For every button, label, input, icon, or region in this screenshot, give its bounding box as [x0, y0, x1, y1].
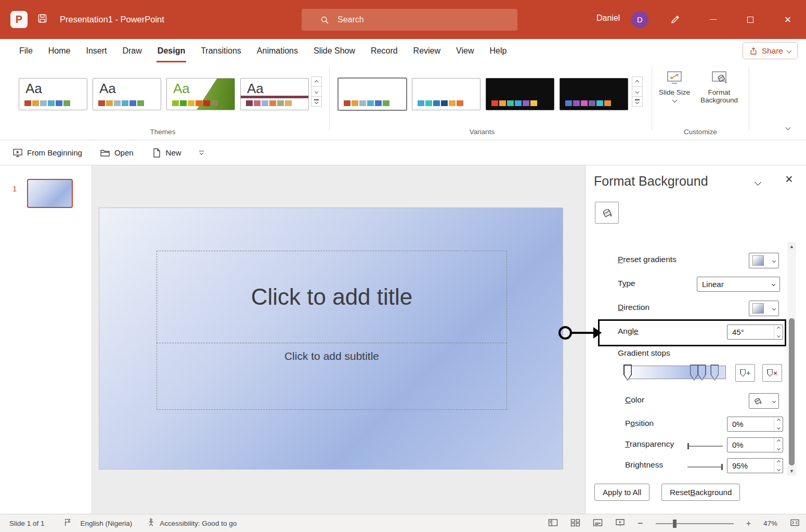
normal-view-icon[interactable]	[548, 518, 558, 528]
pen-icon[interactable]	[670, 13, 681, 27]
fill-tab-button[interactable]	[595, 202, 619, 224]
remove-gradient-stop-button[interactable]: ×	[762, 364, 782, 382]
search-input[interactable]	[337, 15, 493, 24]
tab-view[interactable]: View	[448, 39, 482, 62]
pane-close-icon[interactable]: ×	[785, 172, 793, 187]
fit-to-window-icon[interactable]	[790, 518, 800, 528]
apply-to-all-button[interactable]: Apply to All	[594, 484, 649, 501]
title-placeholder[interactable]: Click to add title	[157, 251, 507, 343]
theme-thumbnail[interactable]: Aa	[240, 78, 309, 110]
maximize-button[interactable]	[738, 0, 762, 39]
angle-spin-buttons[interactable]	[774, 325, 783, 339]
pane-chevron-icon[interactable]	[755, 179, 761, 186]
avatar[interactable]: D	[631, 11, 648, 28]
open-button[interactable]: Open	[100, 148, 134, 158]
color-dropdown[interactable]	[749, 393, 779, 409]
theme-thumbnail[interactable]: Aa	[19, 78, 87, 110]
language-status[interactable]: English (Nigeria)	[81, 520, 133, 527]
variants-scroll-down-icon[interactable]	[632, 86, 643, 97]
user-name[interactable]: Daniel	[596, 14, 620, 23]
spin-down-icon[interactable]	[774, 332, 783, 340]
tab-record[interactable]: Record	[363, 39, 406, 62]
themes-scroll-up-icon[interactable]	[311, 76, 322, 87]
position-spinner[interactable]: 0%	[727, 417, 783, 432]
zoom-slider-thumb[interactable]	[673, 520, 677, 528]
preset-gradients-dropdown[interactable]	[749, 253, 779, 268]
spin-down-icon[interactable]	[774, 466, 783, 473]
zoom-slider[interactable]	[656, 523, 734, 524]
search-box[interactable]	[302, 9, 517, 31]
slideshow-view-icon[interactable]	[615, 518, 625, 528]
slide-canvas[interactable]: Click to add title Click to add subtitle	[99, 207, 563, 470]
tab-slide-show[interactable]: Slide Show	[306, 39, 363, 62]
slider-thumb[interactable]	[721, 464, 723, 470]
slide-info[interactable]: Slide 1 of 1	[9, 520, 45, 527]
tab-file[interactable]: File	[11, 39, 41, 62]
slider-thumb[interactable]	[687, 443, 689, 449]
gradient-stop[interactable]	[710, 365, 719, 381]
tab-home[interactable]: Home	[41, 39, 79, 62]
zoom-in-icon[interactable]: +	[746, 519, 751, 528]
pane-scroll-up-icon[interactable]: ▲	[787, 242, 796, 251]
from-beginning-button[interactable]: From Beginning	[12, 148, 82, 158]
gradient-stop[interactable]	[698, 365, 706, 381]
slide-size-button[interactable]: Slide Size	[658, 70, 691, 102]
tab-insert[interactable]: Insert	[78, 39, 114, 62]
minimize-button[interactable]	[701, 0, 725, 39]
spin-up-icon[interactable]	[774, 417, 783, 424]
format-background-button[interactable]: Format Background	[696, 70, 743, 104]
transparency-slider[interactable]	[687, 446, 723, 447]
brightness-spinner[interactable]: 95%	[727, 458, 783, 473]
accessibility-status[interactable]: Accessibility: Good to go	[160, 520, 237, 527]
gradient-stop[interactable]	[623, 365, 632, 381]
themes-scroll-down-icon[interactable]	[311, 86, 322, 97]
variants-scroll-up-icon[interactable]	[632, 76, 643, 87]
brightness-slider[interactable]	[687, 466, 723, 468]
gradient-stop[interactable]	[690, 365, 698, 381]
spin-up-icon[interactable]	[774, 438, 783, 445]
tab-help[interactable]: Help	[482, 39, 514, 62]
variants-more-button[interactable]	[632, 96, 643, 107]
spin-down-icon[interactable]	[774, 445, 783, 452]
zoom-out-icon[interactable]: −	[638, 518, 643, 529]
zoom-level[interactable]: 47%	[763, 520, 777, 527]
themes-more-button[interactable]	[311, 96, 322, 107]
variant-thumbnail[interactable]	[412, 78, 480, 110]
tab-transitions[interactable]: Transitions	[193, 39, 249, 62]
slide-sorter-icon[interactable]	[570, 518, 580, 528]
tab-draw[interactable]: Draw	[114, 39, 149, 62]
pane-scrollbar[interactable]	[787, 251, 796, 466]
variant-thumbnail[interactable]	[486, 78, 554, 110]
accessibility-icon[interactable]	[147, 518, 155, 528]
type-select[interactable]: Linear	[697, 277, 780, 292]
transparency-spinner[interactable]: 0%	[727, 437, 783, 452]
spin-up-icon[interactable]	[774, 325, 783, 332]
quickbar-customize-icon[interactable]	[199, 151, 204, 155]
spin-up-icon[interactable]	[774, 459, 783, 466]
position-spin-buttons[interactable]	[774, 417, 783, 431]
proofing-icon[interactable]	[63, 518, 72, 528]
variant-thumbnail[interactable]	[338, 78, 407, 110]
powerpoint-logo-icon[interactable]: P	[10, 11, 28, 28]
save-icon[interactable]	[37, 14, 47, 25]
spin-down-icon[interactable]	[774, 424, 783, 432]
close-button[interactable]: ×	[776, 0, 800, 39]
subtitle-placeholder[interactable]: Click to add subtitle	[157, 343, 507, 410]
add-gradient-stop-button[interactable]: +	[735, 364, 755, 382]
angle-spinner[interactable]: 45°	[727, 325, 783, 340]
pane-scroll-down-icon[interactable]: ▼	[787, 466, 796, 475]
tab-review[interactable]: Review	[406, 39, 448, 62]
slide-thumbnail[interactable]	[27, 179, 73, 208]
reset-background-button[interactable]: Reset Background	[661, 484, 740, 501]
transparency-spin-buttons[interactable]	[774, 438, 783, 452]
new-button[interactable]: New	[151, 148, 181, 158]
reading-view-icon[interactable]	[593, 518, 603, 528]
tab-animations[interactable]: Animations	[249, 39, 306, 62]
variant-thumbnail[interactable]	[560, 78, 628, 110]
pane-scrollbar-thumb[interactable]	[789, 318, 795, 465]
gradient-stops-bar[interactable]	[627, 366, 726, 379]
collapse-ribbon-icon[interactable]	[786, 125, 791, 131]
share-button[interactable]: Share	[743, 42, 798, 59]
brightness-spin-buttons[interactable]	[774, 459, 783, 473]
theme-thumbnail[interactable]: Aa	[166, 78, 235, 110]
